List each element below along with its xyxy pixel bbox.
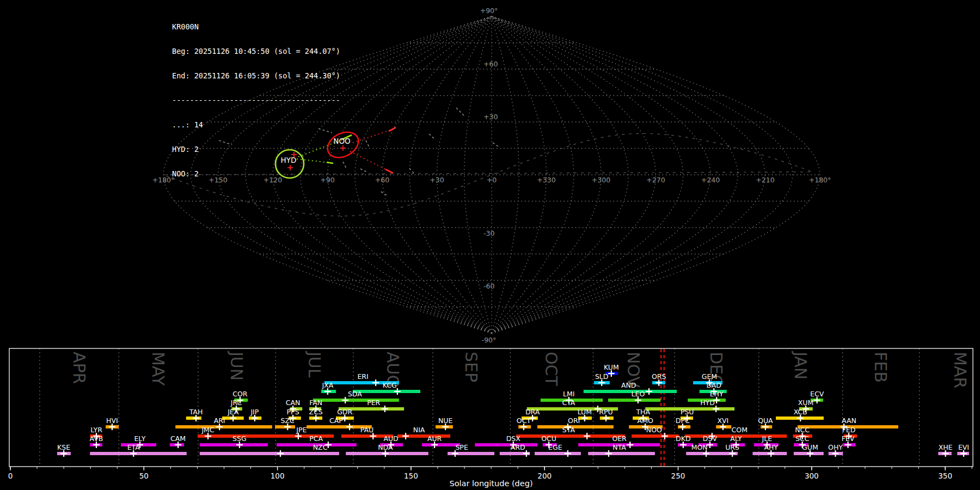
month-label: JUN <box>227 351 246 381</box>
month-label: JAN <box>791 351 810 379</box>
meteor-trail <box>343 162 347 169</box>
shower-code-label: PAU <box>360 426 373 434</box>
lat-label: -30 <box>483 229 494 237</box>
shower-code-label: JEA <box>227 408 239 416</box>
shower-code-label: AUD <box>383 434 398 443</box>
shower-code-label: AMO <box>638 416 653 425</box>
shower-code-label: XHE <box>939 443 953 451</box>
shower-code-label: SPE <box>455 443 468 451</box>
tick-label: 0 <box>8 471 13 480</box>
lat-label: -60 <box>483 282 494 290</box>
count-noo: NOO: 2 <box>172 170 340 178</box>
shower-code-label: KSE <box>57 443 70 451</box>
lon-label: +210 <box>756 176 774 184</box>
shower-code-label: OER <box>612 434 627 443</box>
shower-code-label: URS <box>725 443 739 451</box>
shower-code-label: DSX <box>506 434 521 443</box>
shower-code-label: EGE <box>548 443 562 451</box>
month-label: JUL <box>305 351 324 378</box>
shower-code-label: HVI <box>106 416 118 425</box>
shower-code-label: XVI <box>717 416 728 425</box>
shower-bar-ege <box>535 452 581 455</box>
shower-bar-ssg <box>200 443 268 446</box>
count-sporadic: ...: 14 <box>172 121 340 129</box>
shower-code-label: XCB <box>794 408 807 416</box>
meteor-trail <box>429 134 436 140</box>
shower-code-label: FED <box>842 426 856 434</box>
tick-label: 250 <box>671 471 685 480</box>
shower-code-label: JRC <box>230 399 242 407</box>
shower-bar-nzc <box>200 452 339 455</box>
shower-code-label: KCG <box>383 381 397 389</box>
shower-code-label: JXA <box>321 381 333 389</box>
shower-code-label: ETA <box>127 443 140 451</box>
shower-bar-ari <box>175 425 272 428</box>
shower-code-label: OCT <box>517 416 531 425</box>
shower-code-label: ALY <box>730 434 742 443</box>
lon-label: +180° <box>152 176 175 184</box>
shower-code-label: JPE <box>296 426 307 434</box>
shower-code-label: HYD <box>700 399 715 407</box>
shower-code-label: NCC <box>795 426 810 434</box>
shower-bar-dsx <box>475 443 537 446</box>
shower-code-label: COR <box>232 390 248 398</box>
shower-trail-head <box>385 169 393 173</box>
shower-bar-nta <box>588 452 655 455</box>
shower-code-label: NDA <box>378 443 393 451</box>
shower-trail-head <box>389 127 396 131</box>
shower-code-label: AAN <box>842 416 856 425</box>
shower-code-label: SLD <box>595 372 609 381</box>
shower-bar-kcg <box>353 390 420 393</box>
lon-label: +0 <box>487 176 497 184</box>
shower-code-label: DSV <box>703 434 718 443</box>
shower-code-label: CAP <box>329 416 343 425</box>
shower-code-label: LEO <box>632 390 645 398</box>
lon-label: +270 <box>646 176 665 184</box>
shower-bars: KUMERISLDORSGEMJXAKCGANDDADCORSDALMILEOE… <box>57 363 969 457</box>
shower-code-label: ORI <box>568 416 580 425</box>
noo-trails <box>350 127 396 173</box>
month-label: FEB <box>871 352 890 383</box>
session-info-panel: KR000N Beg: 20251126 10:45:50 (sol = 244… <box>172 7 340 194</box>
meridian-line <box>492 16 683 333</box>
shower-code-label: ECV <box>810 390 824 398</box>
shower-bar-ori <box>537 425 614 428</box>
count-hyd: HYD: 2 <box>172 145 340 154</box>
shower-trail <box>350 151 390 171</box>
tick-label: 200 <box>537 471 552 480</box>
shower-bar-jpe <box>277 434 334 438</box>
shower-code-label: ERI <box>357 372 368 381</box>
lat-label: +90° <box>480 7 498 15</box>
meteor-trail <box>360 169 368 173</box>
shower-code-label: OHY <box>828 443 843 451</box>
shower-code-label: GUM <box>802 443 818 451</box>
shower-code-label: PPS <box>287 408 299 416</box>
month-label: SEP <box>462 352 481 382</box>
lon-label: +300 <box>592 176 610 184</box>
lat-label: +60 <box>483 60 498 68</box>
shower-bar-eta <box>90 452 187 455</box>
shower-code-label: AVB <box>90 434 103 443</box>
session-begin: Beg: 20251126 10:45:50 (sol = 244.07°) <box>172 47 340 56</box>
shower-code-label: ELY <box>134 434 145 443</box>
shower-code-label: PCA <box>309 434 323 443</box>
shower-code-label: SCC <box>795 434 810 443</box>
shower-code-label: XUM <box>798 399 814 407</box>
session-end: End: 20251126 16:05:39 (sol = 244.30°) <box>172 72 340 80</box>
meteor-trail <box>409 168 414 174</box>
shower-code-label: SZC <box>281 416 295 425</box>
shower-code-label: GDR <box>337 408 352 416</box>
shower-code-label: NIA <box>413 426 425 434</box>
shower-code-label: LYR <box>90 426 102 434</box>
month-label: OCT <box>542 352 561 387</box>
shower-code-label: SSG <box>232 434 247 443</box>
shower-code-label: ORS <box>652 372 666 381</box>
shower-code-label: NOO <box>646 426 662 434</box>
shower-code-label: NTA <box>612 443 626 451</box>
shower-code-label: EHY <box>710 390 724 398</box>
shower-code-label: AUR <box>427 434 442 443</box>
shower-code-label: OCU <box>541 434 556 443</box>
shower-code-label: NUE <box>438 416 452 425</box>
shower-code-label: SDA <box>348 390 362 398</box>
lat-label: +30 <box>483 113 498 121</box>
